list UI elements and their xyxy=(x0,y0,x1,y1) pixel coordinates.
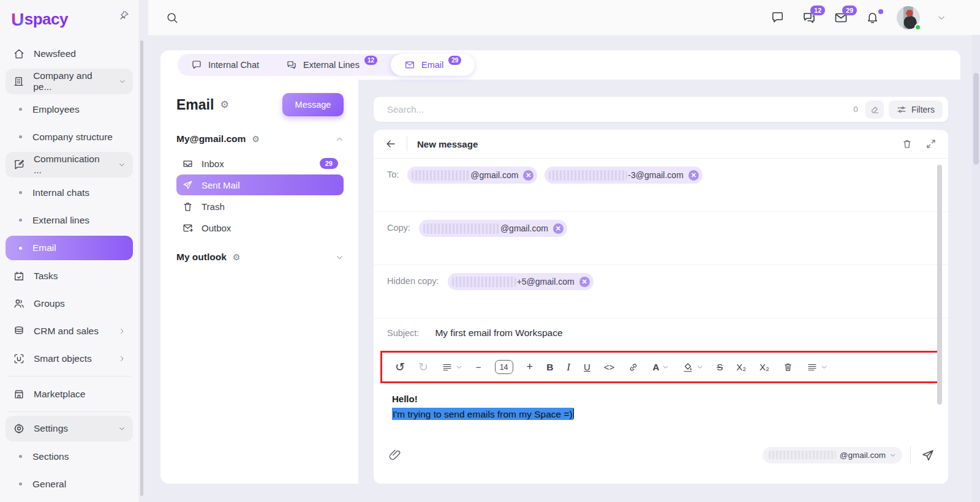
recipient-chip[interactable]: @gmail.com ✕ xyxy=(419,220,567,237)
tab-internal-chat[interactable]: Internal Chat xyxy=(178,54,273,76)
recipient-chip[interactable]: +5@gmail.com ✕ xyxy=(448,273,594,290)
subject-field[interactable]: Subject: My first email from Workspace xyxy=(374,318,948,348)
clear-search-button[interactable] xyxy=(865,100,884,119)
search-icon[interactable] xyxy=(165,11,179,24)
bullet-icon xyxy=(19,219,22,222)
sidebar-item-company[interactable]: Company and pe... xyxy=(6,69,133,94)
sidebar-item-internal-chats[interactable]: Internal chats xyxy=(6,179,133,206)
text-color-button[interactable]: A xyxy=(646,357,676,378)
email-settings-gear-icon[interactable]: ⚙ xyxy=(220,100,228,110)
undo-button[interactable]: ↺ xyxy=(388,357,412,378)
compose-scrollbar[interactable] xyxy=(937,165,942,405)
filters-button[interactable]: Filters xyxy=(889,100,943,119)
account-gear-icon[interactable]: ⚙ xyxy=(252,135,260,143)
tab-email[interactable]: Email 29 xyxy=(391,54,475,76)
sidebar-item-external-lines[interactable]: External lines xyxy=(6,206,133,234)
chip-text: +5@gmail.com xyxy=(517,277,575,287)
sidebar-item-email[interactable]: Email xyxy=(6,236,133,260)
trash-icon xyxy=(783,362,793,372)
folder-trash[interactable]: Trash xyxy=(176,196,344,217)
app-logo[interactable]: U spacy xyxy=(0,0,138,34)
avatar[interactable] xyxy=(897,6,920,29)
align-button[interactable] xyxy=(435,357,469,378)
remove-chip-icon[interactable]: ✕ xyxy=(553,223,564,234)
folder-label: Trash xyxy=(202,201,225,212)
remove-chip-icon[interactable]: ✕ xyxy=(523,170,533,181)
font-size-box[interactable]: 14 xyxy=(488,357,520,378)
search-input[interactable] xyxy=(386,103,853,115)
increase-font-button[interactable]: + xyxy=(520,357,540,378)
highlight-color-button[interactable] xyxy=(676,357,710,378)
superscript-button[interactable]: X₂ xyxy=(753,357,776,378)
account-row-gmail[interactable]: My@gmail.com ⚙ xyxy=(176,133,344,144)
bold-button[interactable]: B xyxy=(540,357,560,378)
link-button[interactable] xyxy=(621,357,646,378)
remove-chip-icon[interactable]: ✕ xyxy=(579,277,590,287)
copy-field[interactable]: Copy: @gmail.com ✕ xyxy=(374,212,948,265)
sidebar-item-sections[interactable]: Sections xyxy=(6,443,133,470)
mail-icon[interactable]: 29 xyxy=(834,10,848,25)
tabs-strip: Internal Chat External Lines 12 Email 29 xyxy=(160,50,960,80)
sidebar-item-marketplace[interactable]: Marketplace xyxy=(6,380,133,408)
folder-sent-mail[interactable]: Sent Mail xyxy=(176,174,344,195)
folder-list: Inbox 29 Sent Mail Trash Outbox xyxy=(176,153,344,238)
bell-icon[interactable] xyxy=(865,10,880,24)
delete-draft-icon[interactable] xyxy=(902,138,913,149)
underline-button[interactable]: U xyxy=(577,357,597,378)
sidebar: U spacy Newsfeed Company and pe... Emplo… xyxy=(0,0,138,502)
divider xyxy=(8,411,130,412)
folder-outbox[interactable]: Outbox xyxy=(176,217,344,238)
clear-format-button[interactable] xyxy=(776,357,800,378)
expand-icon[interactable] xyxy=(926,139,936,149)
sidebar-item-general[interactable]: General xyxy=(6,470,133,498)
new-message-button[interactable]: Message xyxy=(282,93,344,116)
sidebar-item-label: Internal chats xyxy=(32,187,89,198)
list-button[interactable] xyxy=(800,357,834,378)
divider xyxy=(910,446,911,464)
send-button[interactable] xyxy=(919,446,936,463)
pin-sidebar-icon[interactable] xyxy=(119,10,130,21)
chevron-up-icon[interactable] xyxy=(336,135,344,143)
profile-chevron-down-icon[interactable] xyxy=(937,13,946,22)
comments-icon[interactable] xyxy=(771,10,785,24)
recipient-chip[interactable]: -3@gmail.com ✕ xyxy=(545,167,702,184)
back-arrow-icon[interactable] xyxy=(382,135,399,152)
sidebar-item-newsfeed[interactable]: Newsfeed xyxy=(6,40,133,67)
redacted-text xyxy=(452,277,516,287)
sidebar-scrollbar[interactable] xyxy=(140,40,143,496)
chevron-down-icon xyxy=(889,452,896,459)
strikethrough-button[interactable]: S xyxy=(710,357,729,378)
tab-external-lines[interactable]: External Lines 12 xyxy=(273,54,391,76)
tab-label: External Lines xyxy=(303,60,360,70)
sidebar-item-company-structure[interactable]: Company structure xyxy=(6,123,133,151)
sidebar-item-tasks[interactable]: Tasks xyxy=(6,262,133,290)
inbox-icon xyxy=(182,158,194,170)
sidebar-item-settings[interactable]: Settings xyxy=(6,416,133,441)
redo-button[interactable]: ↻ xyxy=(412,357,435,378)
to-field[interactable]: To: @gmail.com ✕ -3@gmail.com ✕ xyxy=(374,159,948,212)
sender-select[interactable]: @gmail.com xyxy=(763,447,902,463)
sidebar-item-crm[interactable]: CRM and sales xyxy=(6,317,133,345)
italic-button[interactable]: I xyxy=(560,357,577,378)
recipient-chip[interactable]: @gmail.com ✕ xyxy=(407,167,537,184)
copy-chips: @gmail.com ✕ xyxy=(419,220,567,237)
remove-chip-icon[interactable]: ✕ xyxy=(688,170,699,181)
subscript-button[interactable]: X₂ xyxy=(729,357,753,378)
sidebar-item-employees[interactable]: Employees xyxy=(6,96,133,123)
page-scrollbar-track[interactable] xyxy=(972,35,980,502)
decrease-font-button[interactable]: − xyxy=(469,357,488,378)
folder-inbox[interactable]: Inbox 29 xyxy=(176,153,344,174)
page-scrollbar-thumb[interactable] xyxy=(973,73,979,165)
sidebar-item-groups[interactable]: Groups xyxy=(6,290,133,317)
chats-badge: 12 xyxy=(810,6,825,15)
code-button[interactable]: <> xyxy=(597,357,622,378)
sidebar-item-communication[interactable]: Communication ... xyxy=(6,152,133,178)
account-gear-icon[interactable]: ⚙ xyxy=(233,253,241,261)
sidebar-item-smart-objects[interactable]: Smart objects xyxy=(6,345,133,372)
attach-file-icon[interactable] xyxy=(388,448,402,462)
hidden-copy-field[interactable]: Hidden copy: +5@gmail.com ✕ xyxy=(374,265,948,318)
sidebar-item-label: External lines xyxy=(32,215,89,226)
account-row-outlook[interactable]: My outlook ⚙ xyxy=(176,252,344,263)
chevron-down-icon[interactable] xyxy=(336,253,344,261)
chats-icon[interactable]: 12 xyxy=(802,10,816,25)
